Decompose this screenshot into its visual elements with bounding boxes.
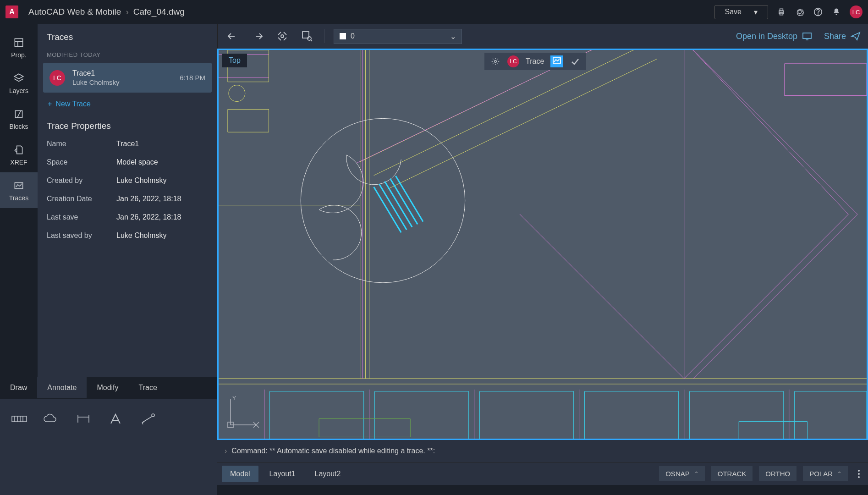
chevron-up-icon[interactable]: ⌃	[837, 471, 841, 477]
print-icon[interactable]	[776, 7, 786, 17]
svg-text:Y: Y	[232, 395, 236, 402]
tab-draw[interactable]: Draw	[0, 377, 37, 398]
layers-icon	[12, 72, 26, 85]
undo-icon[interactable]	[225, 28, 241, 44]
separator	[324, 29, 324, 43]
prop-row: Last saved byLuke Cholmsky	[38, 226, 217, 245]
svg-rect-55	[228, 109, 269, 132]
chevron-right-icon: ›	[225, 447, 227, 455]
svg-rect-63	[319, 419, 410, 437]
toolbar-right: Open in Desktop Share	[736, 32, 861, 41]
dimension-icon[interactable]	[10, 411, 28, 427]
tab-annotate[interactable]: Annotate	[37, 377, 87, 398]
trace-label: Trace	[526, 57, 544, 66]
header-actions: Save ▾ LC	[714, 5, 863, 19]
rail-label: XREF	[10, 159, 27, 166]
rail-item-prop[interactable]: Prop.	[0, 29, 38, 65]
prop-value: Jan 26, 2022, 18:18	[116, 213, 181, 221]
svg-rect-56	[785, 64, 867, 96]
more-icon[interactable]	[854, 470, 863, 478]
bell-icon[interactable]	[831, 7, 841, 17]
command-text: Command: ** Automatic save disabled whil…	[231, 447, 435, 455]
aligned-dim-icon[interactable]	[74, 411, 93, 427]
gear-icon[interactable]	[490, 56, 501, 67]
rail-item-traces[interactable]: Traces	[0, 172, 38, 208]
help-icon[interactable]	[813, 7, 823, 17]
redo-icon[interactable]	[250, 28, 265, 44]
prop-value: Jan 26, 2022, 18:18	[116, 195, 181, 203]
panel-title: Traces	[38, 24, 217, 49]
svg-rect-51	[795, 391, 867, 440]
layout-tab-1[interactable]: Layout1	[261, 466, 304, 482]
rail-item-layers[interactable]: Layers	[0, 65, 38, 101]
svg-line-23	[311, 40, 312, 41]
check-icon[interactable]	[570, 56, 581, 67]
command-line[interactable]: › Command: ** Automatic save disabled wh…	[217, 440, 868, 462]
gear-icon[interactable]	[795, 7, 805, 17]
save-button[interactable]: Save ▾	[714, 5, 768, 19]
svg-line-59	[379, 184, 407, 230]
chevron-up-icon[interactable]: ⌃	[694, 471, 698, 477]
trace-info: Trace1 Luke Cholmsky	[72, 69, 172, 86]
ucs-icon: Y	[225, 394, 262, 430]
layout-tab-2[interactable]: Layout2	[307, 466, 349, 482]
properties-title: Trace Properties	[38, 114, 217, 135]
tool-icon-row	[0, 399, 217, 495]
prop-label: Last save	[47, 213, 116, 221]
file-name[interactable]: Cafe_04.dwg	[133, 7, 185, 17]
trace-user-avatar[interactable]: LC	[507, 55, 519, 67]
layout-tab-model[interactable]: Model	[222, 466, 258, 482]
text-icon[interactable]	[106, 411, 125, 427]
share-label: Share	[824, 32, 846, 41]
layer-name: 0	[351, 32, 445, 40]
svg-rect-1	[780, 9, 783, 11]
otrack-button[interactable]: OTRACK	[711, 466, 753, 481]
rail-item-xref[interactable]: XREF	[0, 137, 38, 172]
status-bar: Model Layout1 Layout2 OSNAP⌃ OTRACK ORTH…	[217, 462, 868, 485]
status-label: ORTHO	[765, 470, 790, 478]
traces-icon	[12, 179, 26, 192]
header: A AutoCAD Web & Mobile › Cafe_04.dwg Sav…	[0, 0, 868, 24]
trace-item[interactable]: LC Trace1 Luke Cholmsky 6:18 PM	[43, 63, 212, 93]
send-icon	[851, 32, 861, 41]
status-label: OSNAP	[665, 470, 690, 478]
prop-value: Luke Cholmsky	[116, 176, 166, 185]
layer-select[interactable]: 0 ⌄	[334, 29, 462, 44]
share-button[interactable]: Share	[824, 32, 861, 41]
svg-line-62	[396, 176, 423, 222]
prop-row: Last saveJan 26, 2022, 18:18	[38, 208, 217, 226]
tab-modify[interactable]: Modify	[87, 377, 128, 398]
xref-icon	[12, 143, 26, 157]
zoom-window-icon[interactable]	[299, 28, 315, 44]
trace-author: Luke Cholmsky	[72, 78, 172, 86]
prop-label: Space	[47, 158, 116, 166]
status-label: OTRACK	[718, 470, 747, 478]
tab-trace[interactable]: Trace	[129, 377, 167, 398]
leader-icon[interactable]	[138, 411, 157, 427]
rail-label: Traces	[9, 194, 28, 202]
svg-rect-5	[15, 38, 22, 46]
breadcrumb: AutoCAD Web & Mobile › Cafe_04.dwg	[28, 7, 185, 17]
drawing-canvas[interactable]: Top LC Trace Y	[217, 49, 868, 440]
drawing-content	[219, 50, 867, 440]
app-logo[interactable]: A	[5, 6, 18, 18]
prop-label: Creation Date	[47, 195, 116, 203]
svg-rect-52	[739, 422, 807, 440]
osnap-button[interactable]: OSNAP⌃	[659, 466, 705, 481]
polar-button[interactable]: POLAR⌃	[803, 466, 848, 481]
prop-row: SpaceModel space	[38, 153, 217, 171]
trace-toolbar: LC Trace	[484, 53, 586, 70]
view-label[interactable]: Top	[222, 54, 247, 67]
new-trace-label: New Trace	[55, 100, 90, 108]
app-name[interactable]: AutoCAD Web & Mobile	[28, 7, 121, 17]
ortho-button[interactable]: ORTHO	[759, 466, 797, 481]
rail-item-blocks[interactable]: Blocks	[0, 101, 38, 137]
user-avatar[interactable]: LC	[850, 6, 863, 18]
cloud-icon[interactable]	[42, 411, 60, 427]
open-desktop-button[interactable]: Open in Desktop	[736, 32, 812, 41]
zoom-extents-icon[interactable]	[275, 28, 290, 44]
svg-point-22	[308, 37, 311, 40]
chevron-down-icon[interactable]: ▾	[750, 8, 758, 16]
new-trace-button[interactable]: + New Trace	[38, 94, 217, 114]
trace-mode-icon[interactable]	[550, 55, 563, 67]
